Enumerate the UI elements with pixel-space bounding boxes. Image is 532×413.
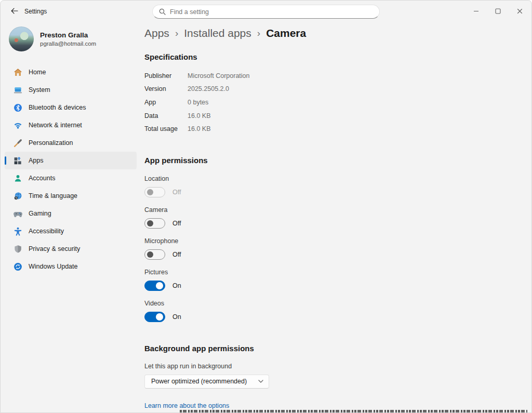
sidebar-item-time-language[interactable]: Time & language: [5, 187, 137, 205]
sidebar-item-accounts[interactable]: Accounts: [5, 169, 137, 187]
permission-pictures: Pictures On: [144, 269, 531, 291]
titlebar: Settings: [1, 1, 531, 21]
sidebar-item-label: Bluetooth & devices: [29, 104, 86, 111]
breadcrumb-separator: ›: [175, 28, 178, 39]
sidebar-item-home[interactable]: Home: [5, 63, 137, 81]
accessibility-person-icon: [13, 227, 22, 236]
minimize-button[interactable]: [465, 1, 487, 21]
permission-location: Location Off: [144, 175, 531, 197]
sidebar-item-label: Time & language: [29, 192, 77, 199]
avatar: [9, 26, 34, 51]
spec-label: Version: [144, 85, 188, 92]
sidebar-item-accessibility[interactable]: Accessibility: [5, 222, 137, 240]
spec-row-data-size: Data 16.0 KB: [144, 109, 531, 123]
breadcrumb: Apps › Installed apps › Camera: [144, 27, 531, 39]
maximize-button[interactable]: [487, 1, 509, 21]
sidebar-item-label: Personalization: [29, 139, 73, 146]
permission-camera: Camera Off: [144, 206, 531, 229]
spec-value: Microsoft Corporation: [188, 72, 250, 79]
spec-label: Data: [144, 112, 188, 119]
sidebar-item-label: Privacy & security: [29, 245, 80, 252]
sidebar-item-bluetooth-devices[interactable]: Bluetooth & devices: [5, 99, 137, 116]
toggle-knob: [156, 313, 163, 321]
spec-row-total-usage: Total usage 16.0 KB: [144, 122, 531, 136]
profile-email: pgralla@hotmail.com: [40, 41, 96, 47]
clock-globe-icon: [13, 191, 22, 201]
spec-label: App: [144, 99, 188, 106]
background-mode-dropdown[interactable]: Power optimized (recommended): [144, 375, 269, 389]
minimize-icon: [473, 8, 479, 14]
sidebar-item-privacy-security[interactable]: Privacy & security: [5, 240, 137, 258]
toggle-knob: [147, 220, 153, 227]
search-box[interactable]: [152, 5, 380, 19]
toggle-knob: [156, 282, 163, 289]
sidebar-item-windows-update[interactable]: Windows Update: [5, 258, 137, 275]
profile-text: Preston Gralla pgralla@hotmail.com: [40, 31, 96, 47]
sidebar-item-label: Apps: [29, 157, 44, 164]
dropdown-selected-value: Power optimized (recommended): [151, 378, 258, 385]
profile-name: Preston Gralla: [40, 31, 96, 39]
spec-row-version: Version 2025.2505.2.0: [144, 83, 531, 96]
clipped-text-row: [180, 410, 527, 412]
permission-label: Videos: [144, 300, 531, 307]
paintbrush-icon: [13, 138, 22, 148]
permission-label: Microphone: [144, 237, 531, 245]
specifications-table: Publisher Microsoft Corporation Version …: [144, 69, 531, 136]
sidebar-item-personalization[interactable]: Personalization: [5, 134, 137, 152]
wifi-icon: [13, 121, 22, 130]
spec-value: 0 bytes: [188, 99, 208, 106]
pictures-toggle[interactable]: [144, 281, 165, 291]
permission-label: Location: [144, 175, 531, 182]
sidebar-item-apps[interactable]: Apps: [5, 152, 137, 169]
window-controls: [465, 1, 530, 21]
sidebar-item-label: Network & internet: [29, 122, 82, 129]
maximize-icon: [495, 8, 501, 14]
sidebar-item-label: Accounts: [29, 175, 55, 182]
permission-microphone: Microphone Off: [144, 237, 531, 260]
game-controller-icon: [13, 209, 22, 218]
person-icon: [13, 174, 22, 183]
sidebar-item-network-internet[interactable]: Network & internet: [5, 116, 137, 134]
spec-value: 2025.2505.2.0: [188, 85, 229, 92]
sidebar-item-gaming[interactable]: Gaming: [5, 205, 137, 222]
update-arrows-icon: [13, 262, 22, 271]
spec-value: 16.0 KB: [188, 125, 210, 132]
app-permissions-heading: App permissions: [144, 156, 531, 165]
sidebar-nav: Home System Bluetooth & devices Network …: [5, 63, 137, 275]
spec-row-app-size: App 0 bytes: [144, 96, 531, 109]
learn-more-link[interactable]: Learn more about the options: [144, 402, 229, 409]
close-icon: [517, 8, 523, 14]
spec-row-publisher: Publisher Microsoft Corporation: [144, 69, 531, 83]
run-in-background-label: Let this app run in background: [144, 363, 531, 370]
back-arrow-icon: [11, 8, 18, 14]
chevron-down-icon: [258, 380, 263, 383]
background-permissions-heading: Background app permissions: [144, 344, 531, 353]
home-icon: [13, 68, 22, 77]
profile-block[interactable]: Preston Gralla pgralla@hotmail.com: [9, 26, 96, 51]
spec-label: Publisher: [144, 72, 188, 79]
breadcrumb-apps[interactable]: Apps: [144, 27, 169, 39]
sidebar: Preston Gralla pgralla@hotmail.com Home …: [1, 21, 141, 412]
close-button[interactable]: [509, 1, 530, 21]
sidebar-item-label: Home: [29, 69, 46, 76]
toggle-state-label: On: [172, 313, 181, 321]
sidebar-item-system[interactable]: System: [5, 81, 137, 99]
search-input[interactable]: [170, 8, 373, 16]
toggle-state-label: On: [172, 282, 181, 289]
main-content: Apps › Installed apps › Camera Specifica…: [144, 21, 531, 412]
back-button[interactable]: [7, 5, 22, 17]
specifications-heading: Specifications: [144, 52, 531, 61]
apps-grid-icon: [13, 156, 22, 165]
breadcrumb-installed-apps[interactable]: Installed apps: [184, 27, 251, 39]
permission-label: Pictures: [144, 269, 531, 276]
toggle-knob: [147, 251, 153, 258]
camera-toggle[interactable]: [144, 218, 165, 229]
settings-window: Settings: [0, 0, 532, 413]
spec-value: 16.0 KB: [188, 112, 210, 119]
videos-toggle[interactable]: [144, 312, 165, 322]
sidebar-item-label: Accessibility: [29, 228, 64, 235]
microphone-toggle[interactable]: [144, 249, 165, 260]
app-title: Settings: [24, 8, 47, 15]
toggle-state-label: Off: [172, 189, 181, 196]
location-toggle[interactable]: [144, 187, 165, 197]
